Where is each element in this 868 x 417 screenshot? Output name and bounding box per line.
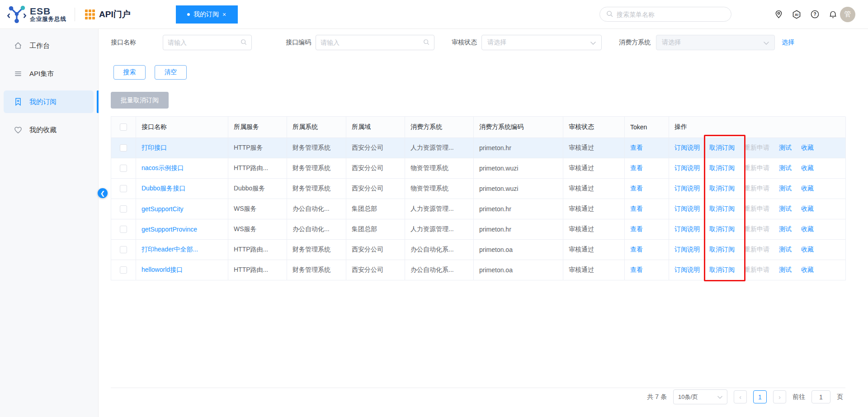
subscribe-note-link[interactable]: 订阅说明	[675, 185, 700, 193]
consumer-cell: 人力资源管理...	[405, 219, 474, 240]
sidebar-item-api-market[interactable]: API集市	[4, 62, 94, 85]
test-link[interactable]: 测试	[779, 164, 792, 172]
next-page-button[interactable]: ›	[773, 390, 786, 403]
clear-button[interactable]: 清空	[155, 65, 187, 80]
interface-name-link[interactable]: helloworld接口	[142, 266, 183, 274]
token-view-link[interactable]: 查看	[630, 225, 643, 233]
table-body: 打印接口 HTTP服务 财务管理系统 西安分公司 人力资源管理... prime…	[111, 138, 845, 280]
consumer-code-cell: primeton.hr	[474, 199, 563, 219]
consumer-code-cell: primeton.oa	[474, 240, 563, 260]
favorite-link[interactable]: 收藏	[801, 205, 814, 213]
interface-name-input[interactable]	[168, 39, 241, 46]
favorite-link[interactable]: 收藏	[801, 246, 814, 254]
unsubscribe-link[interactable]: 取消订阅	[709, 246, 735, 254]
token-view-link[interactable]: 查看	[630, 205, 643, 213]
logo-divider	[75, 8, 75, 21]
domain-cell: 西安分公司	[346, 138, 405, 158]
unsubscribe-link[interactable]: 取消订阅	[709, 225, 735, 233]
row-checkbox[interactable]	[120, 246, 127, 253]
page-size-select[interactable]: 10条/页	[673, 389, 727, 404]
status-cell: 审核通过	[563, 179, 625, 199]
col-header: 所属域	[346, 117, 405, 138]
sidebar-item-my-subscriptions[interactable]: 我的订阅	[4, 90, 94, 113]
favorite-link[interactable]: 收藏	[801, 185, 814, 193]
favorite-link[interactable]: 收藏	[801, 225, 814, 233]
interface-name-link[interactable]: getSupportCity	[142, 205, 184, 213]
tab-my-subscriptions[interactable]: 我的订阅 ×	[176, 5, 238, 24]
subscription-bookmark-icon	[14, 97, 23, 106]
location-pin-icon[interactable]	[773, 9, 784, 20]
subscribe-note-link[interactable]: 订阅说明	[675, 225, 700, 233]
test-link[interactable]: 测试	[779, 205, 792, 213]
tab-close-icon[interactable]: ×	[222, 11, 226, 18]
interface-name-link[interactable]: getSupportProvince	[142, 226, 197, 233]
subscribe-note-link[interactable]: 订阅说明	[675, 246, 700, 254]
row-checkbox[interactable]	[120, 205, 127, 213]
search-icon	[241, 39, 247, 47]
interface-code-input[interactable]	[321, 39, 423, 46]
token-view-link[interactable]: 查看	[630, 164, 643, 172]
filter-interface-code: 接口编码	[286, 35, 311, 50]
service-cell: WS服务	[228, 199, 287, 219]
sidebar-collapse-button[interactable]: ❮	[98, 188, 108, 198]
favorite-link[interactable]: 收藏	[801, 164, 814, 172]
token-view-link[interactable]: 查看	[630, 266, 643, 274]
select-all-checkbox[interactable]	[120, 123, 127, 131]
status-cell: 审核通过	[563, 138, 625, 158]
unsubscribe-link[interactable]: 取消订阅	[709, 164, 735, 172]
market-list-icon	[14, 69, 23, 78]
interface-name-link[interactable]: Dubbo服务接口	[142, 185, 185, 193]
token-view-link[interactable]: 查看	[630, 185, 643, 193]
portal-grid-icon	[85, 9, 95, 19]
row-checkbox[interactable]	[120, 266, 127, 274]
avatar[interactable]: 管	[840, 7, 855, 22]
row-checkbox[interactable]	[120, 226, 127, 233]
row-checkbox[interactable]	[120, 165, 127, 172]
interface-name-link[interactable]: nacos示例接口	[142, 164, 184, 172]
sidebar-item-workbench[interactable]: 工作台	[4, 34, 94, 57]
token-view-link[interactable]: 查看	[630, 144, 643, 152]
subscribe-note-link[interactable]: 订阅说明	[675, 266, 700, 274]
sidebar-item-my-favorites[interactable]: 我的收藏	[4, 118, 94, 141]
service-cell: HTTP路由...	[228, 158, 287, 179]
row-checkbox[interactable]	[120, 144, 127, 152]
ai-assistant-icon[interactable]: AI	[791, 9, 802, 20]
search-button[interactable]: 搜索	[113, 65, 146, 80]
test-link[interactable]: 测试	[779, 144, 792, 152]
reapply-link: 重新申请	[744, 144, 769, 152]
system-cell: 财务管理系统	[287, 179, 346, 199]
test-link[interactable]: 测试	[779, 225, 792, 233]
test-link[interactable]: 测试	[779, 185, 792, 193]
bell-icon[interactable]	[827, 9, 838, 20]
consumer-cell: 办公自动化系...	[405, 260, 474, 280]
service-cell: Dubbo服务	[228, 179, 287, 199]
goto-page-input[interactable]	[811, 390, 830, 403]
svg-text:?: ?	[813, 12, 816, 17]
subscribe-note-link[interactable]: 订阅说明	[675, 205, 700, 213]
interface-name-link[interactable]: 打印接口	[142, 144, 167, 152]
page-number-1[interactable]: 1	[753, 390, 767, 403]
favorite-link[interactable]: 收藏	[801, 144, 814, 152]
unsubscribe-link[interactable]: 取消订阅	[709, 144, 735, 152]
actions-cell: 订阅说明 取消订阅 重新申请 测试 收藏	[669, 260, 846, 280]
choose-link[interactable]: 选择	[782, 38, 794, 47]
filter-review-status-field: 请选择	[481, 35, 602, 50]
favorite-link[interactable]: 收藏	[801, 266, 814, 274]
subscribe-note-link[interactable]: 订阅说明	[675, 144, 700, 152]
unsubscribe-link[interactable]: 取消订阅	[709, 205, 735, 213]
subscribe-note-link[interactable]: 订阅说明	[675, 164, 700, 172]
prev-page-button[interactable]: ‹	[734, 390, 747, 403]
row-checkbox[interactable]	[120, 185, 127, 192]
review-status-select[interactable]: 请选择	[481, 35, 602, 50]
unsubscribe-link[interactable]: 取消订阅	[709, 185, 735, 193]
filter-interface-code-field	[316, 35, 434, 50]
token-view-link[interactable]: 查看	[630, 246, 643, 254]
interface-name-link[interactable]: 打印header中全部...	[142, 246, 198, 254]
test-link[interactable]: 测试	[779, 266, 792, 274]
menu-search[interactable]	[599, 7, 731, 22]
unsubscribe-link[interactable]: 取消订阅	[709, 266, 735, 274]
menu-search-input[interactable]	[617, 11, 725, 18]
help-icon[interactable]: ?	[809, 9, 820, 20]
test-link[interactable]: 测试	[779, 246, 792, 254]
service-cell: HTTP路由...	[228, 260, 287, 280]
